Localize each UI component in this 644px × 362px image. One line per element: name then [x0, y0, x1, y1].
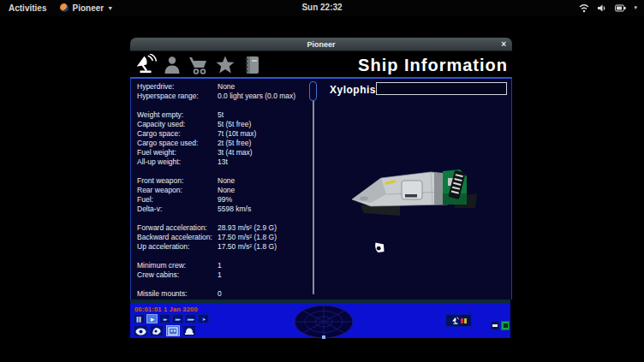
person-icon: [162, 55, 182, 75]
time-pause-button[interactable]: ▌▌: [134, 314, 145, 323]
time-10000x-button[interactable]: ➤: [198, 314, 209, 323]
stat-row: [137, 167, 310, 176]
fuel-icon: [504, 323, 508, 328]
stat-row: [137, 101, 310, 110]
station-services-button[interactable]: [166, 325, 180, 336]
stat-label: Rear weapon:: [137, 186, 218, 195]
stat-row: [137, 252, 310, 261]
stat-label: Delta-v:: [137, 205, 218, 214]
close-icon[interactable]: ×: [501, 39, 506, 50]
stat-value: 17.50 m/s² (1.8 G): [218, 233, 277, 242]
stat-value: 5t (5t free): [218, 120, 251, 129]
system-status-area[interactable]: ▾: [579, 0, 637, 15]
stat-value: 7t (10t max): [218, 129, 256, 139]
tab-missions[interactable]: [134, 54, 157, 76]
stat-value: 2t (5t free): [218, 139, 251, 148]
scrollbar-track[interactable]: [313, 83, 314, 294]
time-acceleration-controls: ▌▌ ▶ ▸▸ ▸▸▸ ▸▸▸▸ ➤: [134, 314, 209, 323]
app-menu[interactable]: Pioneer ▼: [60, 3, 113, 13]
ship-name: Xylophis: [330, 84, 376, 96]
stat-value: 0.0 light years (0.0 max): [218, 92, 295, 101]
stat-value: None: [218, 176, 235, 186]
stat-row: All-up weight: 13t: [137, 157, 310, 167]
gauge-toggle-button[interactable]: [491, 321, 499, 330]
stat-label: Front weapon:: [137, 176, 218, 186]
ship-model-viewport[interactable]: [345, 159, 484, 228]
pioneer-window: Pioneer ×: [130, 38, 512, 338]
clock[interactable]: Sun 22:32: [301, 0, 342, 15]
scrollbar-thumb[interactable]: [309, 81, 317, 101]
time-1x-button[interactable]: ▶: [146, 314, 158, 323]
page-title: Ship Information: [358, 54, 508, 76]
stat-label: Cargo space used:: [137, 139, 218, 148]
ledger-icon: [242, 55, 262, 75]
stat-row: Cargo space: 7t (10t max): [137, 129, 310, 139]
world-view-button[interactable]: [134, 325, 147, 336]
satellite-dish-icon: [134, 54, 157, 76]
stat-row: Rear weapon: None: [137, 186, 310, 195]
star-icon: [215, 55, 236, 75]
station-services-icon: [168, 323, 178, 339]
stat-row: Minimum crew: 1: [137, 261, 310, 270]
desktop-top-bar: Activities Pioneer ▼ Sun 22:32 ▾: [0, 0, 644, 15]
cart-icon: [188, 55, 210, 75]
stat-value: 5t: [218, 110, 224, 120]
ship-information-panel: Hyperdrive: None Hyperspace range: 0.0 l…: [130, 77, 512, 300]
stat-value: 13t: [218, 157, 228, 167]
stat-label: Fuel weight:: [137, 148, 218, 157]
ship-name-input[interactable]: [376, 82, 507, 95]
tab-ship-log[interactable]: [241, 54, 263, 76]
stat-label: Crew cabins:: [137, 270, 218, 280]
battery-icon: [615, 4, 626, 12]
tab-economy-trade[interactable]: [188, 54, 210, 76]
orbit-ship-icon: [152, 323, 162, 339]
stat-row: Hyperdrive: None: [137, 82, 310, 92]
time-100x-button[interactable]: ▸▸▸: [172, 314, 183, 323]
stat-value: 1: [218, 270, 222, 280]
stat-row: [137, 280, 310, 289]
pioneer-app-icon: [60, 3, 69, 12]
stat-label: Backward acceleration:: [137, 233, 218, 242]
wifi-icon: [579, 3, 589, 13]
sector-map-button[interactable]: [150, 325, 164, 336]
volume-icon: [597, 3, 607, 13]
stat-value: None: [218, 186, 235, 195]
comms-icon: [184, 323, 194, 339]
tab-reputation[interactable]: [214, 54, 236, 76]
satellite-dish-icon: [451, 313, 460, 329]
stat-value: None: [218, 82, 235, 92]
stat-row: Front weapon: None: [137, 176, 310, 186]
control-panel: 00:01:01 1 Jan 3200 ▌▌ ▶ ▸▸ ▸▸▸ ▸▸▸▸ ➤: [130, 300, 510, 338]
chevron-down-icon: ▾: [634, 4, 637, 11]
stat-label: Cargo space:: [137, 129, 218, 139]
eye-icon: [135, 323, 146, 339]
stat-label: All-up weight:: [137, 157, 218, 167]
chevron-down-icon: ▼: [107, 5, 113, 11]
tab-personal[interactable]: [161, 54, 183, 76]
fuel-status-button[interactable]: [501, 321, 510, 330]
stat-value: 0: [218, 289, 222, 299]
stat-value: 5598 km/s: [218, 205, 251, 214]
window-titlebar[interactable]: Pioneer ×: [130, 38, 512, 51]
stat-row: Forward acceleration: 28.93 m/s² (2.9 G): [137, 223, 310, 233]
game-date-time: 00:01:01 1 Jan 3200: [134, 306, 198, 313]
time-1000x-button[interactable]: ▸▸▸▸: [185, 314, 196, 323]
stat-row: Delta-v: 5598 km/s: [137, 205, 310, 214]
activities-button[interactable]: Activities: [9, 3, 46, 13]
window-title: Pioneer: [307, 40, 335, 49]
radar-mode-button[interactable]: [445, 314, 472, 327]
stat-label: Fuel:: [137, 195, 218, 205]
stat-label: [137, 101, 218, 110]
stat-label: Missile mounts:: [137, 289, 218, 299]
stat-label: Up acceleration:: [137, 242, 218, 252]
signal-level-red: [461, 318, 463, 323]
comms-button[interactable]: [182, 325, 196, 336]
stat-value: 99%: [218, 195, 232, 205]
stats-scrollbar[interactable]: [308, 81, 318, 296]
ship-stats-list: Hyperdrive: None Hyperspace range: 0.0 l…: [137, 82, 310, 299]
stat-row: Hyperspace range: 0.0 light years (0.0 m…: [137, 92, 310, 101]
stat-row: Fuel weight: 3t (4t max): [137, 148, 310, 157]
time-10x-button[interactable]: ▸▸: [159, 314, 170, 323]
stat-row: Fuel: 99%: [137, 195, 310, 205]
stat-row: Crew cabins: 1: [137, 270, 310, 280]
